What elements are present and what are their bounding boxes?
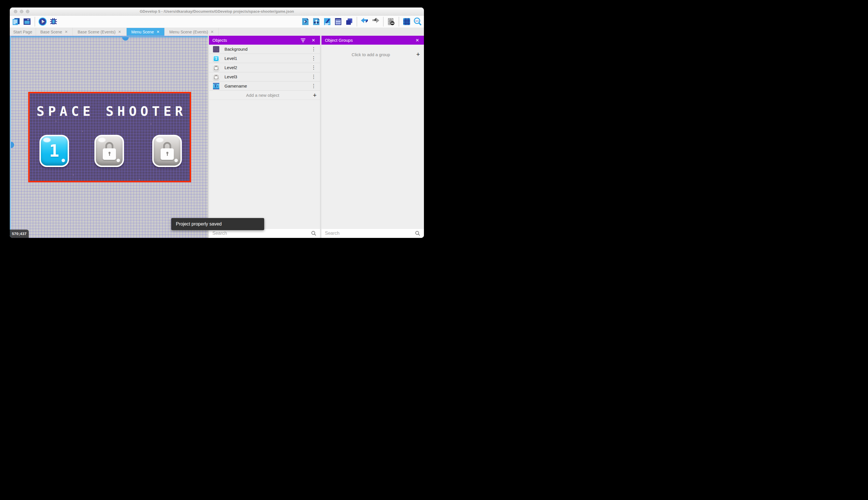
groups-search-input[interactable] — [325, 231, 412, 236]
traffic-lights — [14, 10, 30, 13]
add-group-plus-icon[interactable]: + — [416, 51, 420, 58]
background-thumbnail — [213, 46, 219, 53]
tab-menu-scene[interactable]: Menu Scene ✕ — [127, 28, 165, 36]
project-manager-icon[interactable] — [12, 17, 21, 26]
object-menu-icon[interactable]: ⋮ — [310, 65, 317, 70]
game-title-text[interactable]: SPACE SHOOTER — [30, 104, 190, 119]
toolbar-separator — [399, 17, 399, 26]
padlock-icon — [161, 142, 174, 160]
groups-search-bar — [321, 228, 424, 238]
undo-icon[interactable] — [360, 17, 369, 26]
close-tab-icon[interactable]: ✕ — [65, 30, 68, 34]
toolbar-left-group — [12, 17, 58, 26]
close-window-button[interactable] — [14, 10, 17, 13]
grid-toggle-icon[interactable] — [402, 17, 411, 26]
window-title: GDevelop 5 - /Users/dkarakay/Documents/G… — [140, 9, 294, 13]
canvas-horizontal-scrollbar[interactable] — [10, 36, 208, 37]
level3-locked-button[interactable] — [152, 135, 182, 167]
locked-button-thumbnail — [213, 74, 219, 80]
add-object-plus-icon[interactable]: + — [313, 92, 317, 99]
instances-list-icon[interactable] — [334, 17, 342, 26]
redo-icon[interactable] — [371, 17, 380, 26]
object-row-background[interactable]: Background ⋮ — [209, 45, 320, 54]
objects-panel: Objects ✕ Background ⋮ — [209, 36, 320, 238]
objects-panel-title: Objects — [212, 38, 296, 43]
layers-icon[interactable] — [345, 17, 353, 26]
zoom-reset-icon[interactable]: 1:1 — [413, 17, 422, 26]
object-menu-icon[interactable]: ⋮ — [310, 74, 317, 79]
object-menu-icon[interactable]: ⋮ — [310, 56, 317, 61]
close-tab-icon[interactable]: ✕ — [156, 30, 160, 34]
object-row-level1[interactable]: 1 Level1 ⋮ — [209, 54, 320, 63]
object-groups-panel-title: Object Groups — [325, 38, 410, 43]
editor-content: SPACE SHOOTER 1 570;4 — [10, 36, 424, 238]
vertical-scroll-thumb[interactable] — [11, 142, 14, 148]
toast-message: Project properly saved — [176, 221, 222, 227]
tab-menu-scene-events[interactable]: Menu Scene (Events) ✕ — [165, 28, 219, 36]
gdevelop-window: GDevelop 5 - /Users/dkarakay/Documents/G… — [10, 8, 424, 238]
toolbar-right-group: 1:1 — [301, 17, 422, 26]
background-object-selected[interactable]: SPACE SHOOTER 1 — [28, 92, 191, 182]
level2-locked-button[interactable] — [94, 135, 124, 167]
canvas-vertical-scrollbar[interactable] — [10, 36, 11, 238]
object-row-level3[interactable]: Level3 ⋮ — [209, 72, 320, 81]
main-toolbar: 1:1 — [10, 15, 424, 28]
mask-toggle-icon[interactable] — [387, 17, 396, 26]
play-preview-icon[interactable] — [38, 17, 47, 26]
minimize-window-button[interactable] — [20, 10, 23, 13]
tab-base-scene[interactable]: Base Scene ✕ — [36, 28, 72, 36]
toolbar-separator — [35, 17, 35, 26]
text-object-thumbnail: Tx — [213, 83, 219, 89]
object-menu-icon[interactable]: ⋮ — [310, 47, 317, 52]
padlock-icon — [103, 142, 116, 160]
scene-window-icon[interactable] — [23, 17, 31, 26]
tab-base-scene-events[interactable]: Base Scene (Events) ✕ — [72, 28, 127, 36]
editor-tabbar: Start Page Base Scene ✕ Base Scene (Even… — [10, 28, 424, 36]
scene-canvas[interactable]: SPACE SHOOTER 1 570;4 — [10, 36, 208, 238]
objects-search-input[interactable] — [212, 231, 308, 236]
close-tab-icon[interactable]: ✕ — [211, 30, 214, 34]
objects-panel-header: Objects ✕ — [209, 36, 320, 45]
groups-panel-empty-area — [321, 64, 424, 228]
locked-button-thumbnail — [213, 65, 219, 71]
close-tab-icon[interactable]: ✕ — [118, 30, 121, 34]
close-panel-icon[interactable]: ✕ — [414, 37, 421, 44]
properties-pencil-icon[interactable] — [323, 17, 331, 26]
debug-bug-icon[interactable] — [49, 17, 58, 26]
object-menu-icon[interactable]: ⋮ — [310, 83, 317, 88]
horizontal-scroll-thumb[interactable] — [122, 37, 129, 41]
add-new-object-row[interactable]: Add a new object + — [209, 91, 320, 100]
tab-start-page[interactable]: Start Page — [10, 28, 36, 36]
object-groups-editor-icon[interactable] — [312, 17, 320, 26]
object-row-gamename[interactable]: Tx Gamename ⋮ — [209, 81, 320, 91]
zoom-window-button[interactable] — [26, 10, 30, 13]
level1-button[interactable]: 1 — [39, 135, 69, 167]
add-group-row[interactable]: Click to add a group + — [321, 45, 424, 64]
filter-icon[interactable] — [300, 37, 306, 44]
object-row-level2[interactable]: Level2 ⋮ — [209, 63, 320, 72]
cursor-coordinates-badge: 570;437 — [10, 229, 29, 238]
close-panel-icon[interactable]: ✕ — [310, 37, 317, 44]
search-icon — [311, 230, 317, 236]
objects-panel-empty-area — [209, 100, 320, 228]
save-toast: Project properly saved — [171, 218, 264, 230]
object-groups-panel-header: Object Groups ✕ — [321, 36, 424, 45]
objects-editor-icon[interactable] — [301, 17, 310, 26]
object-groups-panel: Object Groups ✕ Click to add a group + — [321, 36, 424, 238]
window-titlebar: GDevelop 5 - /Users/dkarakay/Documents/G… — [10, 8, 424, 15]
screenshot-stage: GDevelop 5 - /Users/dkarakay/Documents/G… — [0, 0, 434, 250]
level1-button-thumbnail: 1 — [213, 55, 219, 61]
toolbar-separator — [383, 17, 384, 26]
search-icon — [415, 230, 421, 236]
zoom-reset-label: 1:1 — [415, 20, 419, 22]
toolbar-separator — [356, 17, 357, 26]
